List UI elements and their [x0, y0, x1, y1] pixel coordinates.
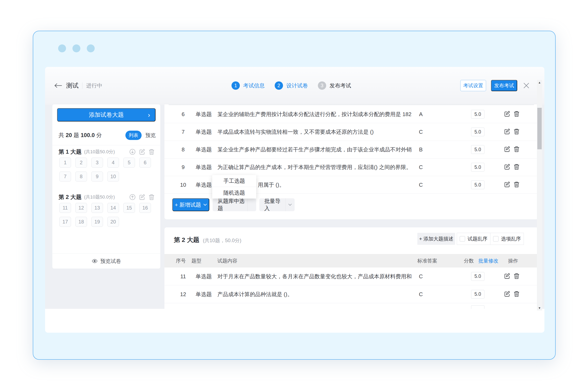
- menu-item-manual-select[interactable]: 手工选题: [212, 175, 256, 187]
- question-nav-item[interactable]: 13: [91, 203, 103, 213]
- score-input[interactable]: 5.0: [471, 110, 484, 119]
- question-nav-item[interactable]: 11: [59, 203, 71, 213]
- delete-icon[interactable]: [513, 163, 520, 171]
- question-nav-item[interactable]: 15: [123, 203, 135, 213]
- question-nav-item[interactable]: 2: [75, 158, 87, 168]
- standard-answer: C: [415, 273, 427, 280]
- score-input[interactable]: 5.0: [471, 272, 484, 281]
- score-input[interactable]: 5.0: [471, 163, 484, 172]
- score-input[interactable]: 5.0: [471, 290, 484, 299]
- question-nav-item[interactable]: 9: [91, 172, 103, 182]
- question-row: 6 单选题 某企业的辅助生产费用按计划成本分配法进行分配，按计划成本分配的费用是…: [164, 105, 538, 123]
- edit-icon[interactable]: [504, 146, 510, 153]
- question-nav-item[interactable]: 18: [75, 217, 87, 227]
- step-publish-exam[interactable]: 3 发布考试: [318, 81, 351, 90]
- sidebar: 添加试卷大题 › 共 20 题 100.0 分 列表 预览: [52, 104, 160, 269]
- shuffle-options-toggle[interactable]: 选项乱序: [490, 233, 524, 245]
- step-exam-info[interactable]: 1 考试信息: [231, 81, 265, 90]
- vertical-scrollbar[interactable]: ▲ ▼: [537, 80, 542, 310]
- score-input[interactable]: 5.0: [471, 128, 484, 136]
- move-up-icon[interactable]: [129, 194, 136, 200]
- view-list-button[interactable]: 列表: [125, 131, 142, 140]
- scrollbar-thumb[interactable]: [537, 108, 542, 149]
- batch-import-button[interactable]: 批量导入: [259, 198, 295, 211]
- header-actions: 考试设置 发布考试: [460, 67, 531, 104]
- score-input[interactable]: 5.0: [471, 181, 484, 189]
- scroll-up-icon[interactable]: ▲: [537, 81, 542, 84]
- add-question-button[interactable]: + 新增试题: [172, 198, 209, 211]
- question-number: 6: [177, 111, 189, 118]
- delete-icon[interactable]: [513, 181, 520, 189]
- delete-icon[interactable]: [148, 194, 155, 200]
- browser-frame: 测试 进行中 1 考试信息 2 设计试卷 3 发布考试: [33, 31, 556, 360]
- question-nav-item[interactable]: 5: [123, 158, 135, 168]
- question-nav-item[interactable]: 1: [59, 158, 71, 168]
- page: 测试 进行中 1 考试信息 2 设计试卷 3 发布考试: [0, 0, 588, 390]
- question-nav-item[interactable]: 3: [91, 158, 103, 168]
- total-count-score: 共 20 题 100.0 分: [58, 132, 102, 139]
- question-type: 单选题: [196, 181, 212, 189]
- checkbox-icon[interactable]: [493, 236, 498, 242]
- checkbox-icon[interactable]: [460, 236, 465, 242]
- view-preview-button[interactable]: 预览: [145, 132, 156, 139]
- delete-icon[interactable]: [513, 128, 520, 136]
- edit-icon[interactable]: [504, 163, 510, 171]
- move-down-icon[interactable]: [129, 148, 136, 155]
- card-header: 测试 进行中 1 考试信息 2 设计试卷 3 发布考试: [45, 67, 544, 104]
- table-header: 序号 题型 试题内容 标准答案 分数 批量修改 操作: [164, 254, 538, 267]
- question-nav-item[interactable]: 6: [139, 158, 151, 168]
- score-input[interactable]: [471, 305, 484, 309]
- select-from-bank-button[interactable]: 从题库中选题: [213, 198, 256, 211]
- question-row: 11 单选题 对于月末在产品数量较大，各月末在产品数量变化也较大，产品成本原材料…: [164, 267, 538, 285]
- paper-summary: 共 20 题 100.0 分 列表 预览: [58, 129, 156, 142]
- question-row: 7 单选题 半成品成本流转与实物流转相一致，又不需要成本还原的方法是 () C …: [164, 123, 538, 141]
- edit-icon[interactable]: [139, 194, 145, 200]
- question-nav-item[interactable]: 10: [107, 172, 119, 182]
- shuffle-questions-toggle[interactable]: 试题乱序: [457, 233, 491, 245]
- question-type: 单选题: [196, 128, 212, 136]
- edit-icon[interactable]: [504, 110, 510, 118]
- publish-exam-button[interactable]: 发布考试: [491, 80, 517, 91]
- chevron-down-icon: [203, 204, 207, 206]
- edit-icon[interactable]: [504, 273, 510, 280]
- question-nav-item[interactable]: 7: [59, 172, 71, 182]
- add-section-description-button[interactable]: + 添加大题描述: [417, 233, 455, 245]
- delete-icon[interactable]: [148, 148, 155, 155]
- chevron-down-icon[interactable]: [247, 198, 256, 211]
- edit-icon[interactable]: [139, 148, 145, 155]
- edit-icon[interactable]: [504, 128, 510, 136]
- step-circle: 2: [275, 81, 283, 90]
- edit-icon[interactable]: [504, 291, 510, 298]
- window-dot: [58, 45, 66, 52]
- divider: [169, 104, 534, 105]
- question-number: 11: [177, 273, 189, 280]
- score-input[interactable]: 5.0: [471, 145, 484, 154]
- scroll-down-icon[interactable]: ▼: [537, 306, 542, 309]
- standard-answer: C: [415, 164, 427, 170]
- question-nav-item[interactable]: 8: [75, 172, 87, 182]
- question-nav-item[interactable]: 12: [75, 203, 87, 213]
- question-nav-item[interactable]: 20: [107, 217, 119, 227]
- question-row: 9 单选题 为正确让算产品的生产成本，对于本期生产经营管理费用，应划清() 之间…: [164, 158, 538, 176]
- step-design-paper[interactable]: 2 设计试卷: [275, 81, 308, 90]
- delete-icon[interactable]: [513, 110, 520, 118]
- edit-icon[interactable]: [504, 181, 510, 189]
- delete-icon[interactable]: [513, 273, 520, 280]
- question-nav-item[interactable]: 4: [107, 158, 119, 168]
- delete-icon[interactable]: [513, 146, 520, 153]
- question-nav-item[interactable]: 17: [59, 217, 71, 227]
- batch-edit-link[interactable]: 批量修改: [478, 257, 498, 264]
- exam-settings-button[interactable]: 考试设置: [460, 80, 486, 91]
- delete-icon[interactable]: [513, 291, 520, 298]
- back-icon[interactable]: [54, 83, 62, 89]
- standard-answer: C: [415, 129, 427, 135]
- menu-item-random-select[interactable]: 随机选题: [212, 187, 256, 198]
- preview-paper-button[interactable]: 预览试卷: [52, 253, 160, 269]
- add-major-section-button[interactable]: 添加试卷大题 ›: [57, 108, 155, 121]
- chevron-down-icon[interactable]: [285, 198, 295, 211]
- close-icon[interactable]: [522, 81, 531, 90]
- question-nav-item[interactable]: 19: [91, 217, 103, 227]
- question-nav-item[interactable]: 16: [139, 203, 151, 213]
- question-nav-item[interactable]: 14: [107, 203, 119, 213]
- standard-answer: A: [415, 111, 427, 118]
